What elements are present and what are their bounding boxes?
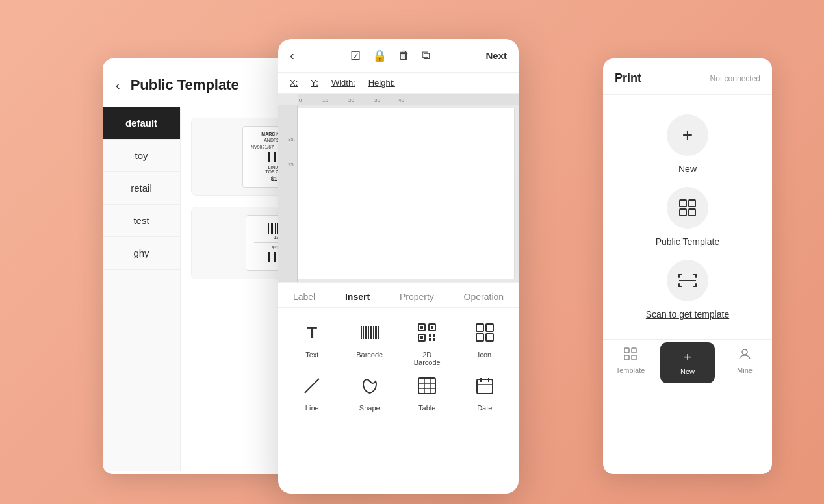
editor-toolbar: ‹ ☑ 🔒 🗑 ⧉ Next — [278, 39, 519, 73]
new-btn: + — [667, 114, 708, 156]
new-tab-label: New — [680, 368, 695, 375]
lock-icon[interactable]: 🔒 — [372, 49, 387, 63]
sidebar-item-toy[interactable]: toy — [103, 140, 180, 172]
canvas-with-left-ruler: 35. 25. — [278, 105, 519, 282]
svg-rect-9 — [420, 326, 423, 329]
copy-icon[interactable]: ⧉ — [422, 49, 430, 63]
bottom-tab-mine[interactable]: Mine — [717, 340, 772, 386]
card1-sku: NV9021/67 — [251, 145, 274, 149]
editor-tabs: Label Insert Property Operation — [278, 282, 519, 308]
check-icon[interactable]: ☑ — [350, 49, 361, 63]
right-panel-header: Print Not connected — [603, 58, 772, 95]
svg-rect-40 — [632, 355, 636, 360]
mine-tab-icon — [738, 347, 751, 364]
right-panel: Print Not connected + New Public Templat… — [603, 58, 772, 474]
public-template-icon — [678, 199, 697, 217]
shape-icon — [355, 372, 384, 400]
svg-rect-7 — [378, 326, 379, 339]
svg-rect-37 — [624, 348, 629, 353]
scan-btn — [667, 260, 708, 301]
svg-rect-17 — [433, 338, 435, 341]
public-template-option-card[interactable]: Public Template — [616, 187, 759, 247]
ruler-left: 35. 25. — [278, 105, 298, 282]
date-icon — [470, 372, 499, 400]
2d-barcode-label: 2DBarcode — [414, 351, 441, 366]
table-label: Table — [418, 404, 435, 412]
bottom-tab-new[interactable]: + New — [660, 342, 715, 383]
svg-rect-32 — [680, 200, 686, 207]
center-panel: ‹ ☑ 🔒 🗑 ⧉ Next X: Y: Width: Height: 0 10… — [278, 39, 519, 494]
coord-y-label[interactable]: Y: — [311, 78, 318, 88]
svg-rect-16 — [429, 338, 431, 341]
insert-icon-item[interactable]: Icon — [459, 318, 511, 366]
svg-rect-5 — [373, 326, 374, 339]
tab-insert[interactable]: Insert — [345, 292, 370, 302]
insert-shape-item[interactable]: Shape — [344, 372, 396, 412]
right-panel-options: + New Public Template — [603, 95, 772, 339]
insert-date-item[interactable]: Date — [459, 372, 511, 412]
scan-option-card[interactable]: Scan to get template — [616, 260, 759, 320]
qr-icon — [413, 318, 441, 347]
ruler-20: 20 — [348, 97, 354, 103]
left-panel-title: Public Template — [131, 77, 239, 94]
insert-2d-barcode-item[interactable]: 2DBarcode — [401, 318, 454, 366]
sidebar-item-default[interactable]: default — [103, 107, 180, 140]
ruler-0: 0 — [299, 97, 302, 103]
new-option-card[interactable]: + New — [616, 114, 759, 174]
svg-rect-33 — [689, 200, 695, 207]
ruler-40: 40 — [398, 97, 404, 103]
svg-rect-21 — [486, 334, 493, 341]
bottom-tab-template[interactable]: Template — [603, 340, 658, 386]
svg-rect-3 — [368, 326, 369, 339]
insert-barcode-item[interactable]: Barcode — [344, 318, 396, 366]
right-panel-title: Print — [615, 71, 641, 85]
svg-rect-28 — [477, 379, 493, 394]
svg-rect-2 — [365, 326, 367, 339]
ruler-10: 10 — [322, 97, 328, 103]
svg-rect-11 — [431, 326, 433, 329]
left-panel-sidebar: default toy retail test ghy — [103, 107, 181, 471]
new-tab-icon: + — [684, 350, 691, 365]
insert-text-item[interactable]: T Text — [286, 318, 339, 366]
text-label: Text — [305, 351, 318, 359]
sidebar-item-test[interactable]: test — [103, 205, 180, 237]
svg-line-22 — [305, 379, 319, 393]
svg-rect-20 — [476, 334, 483, 341]
ruler-v-25: 25. — [278, 162, 295, 168]
svg-rect-1 — [363, 326, 364, 339]
delete-icon[interactable]: 🗑 — [398, 49, 410, 63]
tab-label[interactable]: Label — [293, 292, 315, 302]
new-label: New — [678, 164, 697, 174]
public-template-label: Public Template — [656, 236, 720, 247]
new-icon: + — [682, 125, 693, 145]
insert-grid: T Text Barcode — [278, 308, 519, 422]
coord-width-label[interactable]: Width: — [331, 78, 355, 88]
scan-label: Scan to get template — [646, 309, 729, 320]
tab-property[interactable]: Property — [400, 292, 434, 302]
svg-rect-39 — [624, 355, 629, 360]
svg-rect-15 — [433, 334, 435, 337]
ruler-v-35: 35. — [278, 136, 295, 142]
tab-operation[interactable]: Operation — [464, 292, 504, 302]
template-tab-icon — [624, 347, 637, 364]
icon-icon — [470, 318, 499, 347]
editor-back-button[interactable]: ‹ — [290, 48, 294, 63]
next-button[interactable]: Next — [485, 50, 507, 61]
coord-height-label[interactable]: Height: — [368, 78, 395, 88]
svg-rect-4 — [370, 326, 372, 339]
barcode-icon — [355, 318, 384, 347]
svg-rect-35 — [689, 209, 695, 216]
right-panel-status: Not connected — [710, 74, 760, 83]
coord-x-label[interactable]: X: — [290, 78, 298, 88]
svg-rect-13 — [420, 336, 423, 339]
sidebar-item-ghy[interactable]: ghy — [103, 237, 180, 270]
canvas-main[interactable] — [298, 108, 515, 279]
mine-tab-label: Mine — [737, 366, 753, 374]
icon-label: Icon — [478, 351, 491, 359]
template-tab-label: Template — [616, 366, 645, 374]
sidebar-item-retail[interactable]: retail — [103, 172, 180, 205]
insert-table-item[interactable]: Table — [401, 372, 454, 412]
left-panel-back-icon[interactable]: ‹ — [116, 78, 120, 93]
insert-line-item[interactable]: Line — [286, 372, 339, 412]
table-icon — [413, 372, 441, 400]
